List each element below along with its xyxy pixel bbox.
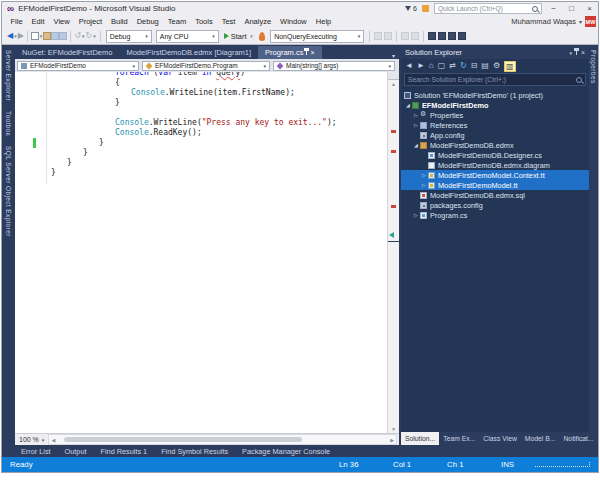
document-tab-program-cs[interactable]: Program.cs× [258,46,321,59]
tree-item-references[interactable]: ▷References [401,120,589,130]
scroll-right-icon[interactable]: ▶ [388,437,396,443]
tree-item-modelfirstdemomodel-tt[interactable]: ▷ModelFirstDemoModel.tt [401,180,589,190]
collapsed-expander-icon[interactable]: ▷ [412,210,420,220]
tree-item-app-config[interactable]: App.config [401,130,589,140]
menu-help[interactable]: Help [311,15,335,28]
code-line[interactable]: } [15,138,387,148]
split-window-handle[interactable] [388,72,399,80]
menu-team[interactable]: Team [163,15,190,28]
preview-selected-icon[interactable]: ▥ [504,61,516,72]
code-line[interactable] [15,108,387,118]
collapsed-expander-icon[interactable]: ▷ [412,120,420,130]
collapsed-expander-icon[interactable]: ▷ [420,170,428,180]
close-icon[interactable]: × [581,49,585,56]
scroll-left-icon[interactable]: ◀ [49,437,57,443]
menu-test[interactable]: Test [217,15,240,28]
menu-file[interactable]: File [6,15,27,28]
code-line[interactable]: Console.ReadKey(); [15,128,387,138]
chevron-down-icon[interactable]: ▾ [82,33,85,39]
tree-item-modelfirstdemomodel-context-tt[interactable]: ▷ModelFirstDemoModel.Context.tt [401,170,589,180]
navigate-backward-icon[interactable]: ◀ [7,32,13,40]
member-dropdown[interactable]: Main(string[] args)▾ [273,61,395,71]
collapsed-expander-icon[interactable]: ▷ [420,180,428,190]
tree-item-modelfirstdemodb-edmx-diagram[interactable]: ModelFirstDemoDB.edmx.diagram [401,160,589,170]
expanded-expander-icon[interactable]: ◢ [412,140,420,150]
tab-properties[interactable]: Properties [590,50,597,84]
solution-explorer-search-input[interactable]: Search Solution Explorer (Ctrl+;) [404,73,586,86]
properties-icon[interactable]: ⚙ [493,60,500,72]
sync-active-document-icon[interactable]: ⇄ [449,60,456,72]
chevron-down-icon[interactable]: ▾ [93,33,96,39]
intellitrace-event-dropdown[interactable]: NonQueryExecuting▾ [270,30,364,43]
document-tab-nuget-efmodelfirstdemo[interactable]: NuGet: EFModelFirstDemo [15,46,119,59]
save-icon[interactable] [51,32,59,40]
step-into-icon[interactable] [374,32,382,40]
bottom-tab-error-list[interactable]: Error List [14,447,58,456]
notifications-button[interactable]: 6 [405,5,417,12]
scroll-down-icon[interactable]: ▼ [388,425,399,433]
bottom-tab-output[interactable]: Output [58,447,94,456]
pin-icon[interactable] [576,50,577,55]
clear-bookmarks-icon[interactable] [458,32,466,40]
collapse-all-icon[interactable]: ⊟ [471,60,478,72]
menu-window[interactable]: Window [276,15,312,28]
window-menu-icon[interactable]: ▾ [569,50,572,56]
editor-vertical-scrollbar[interactable]: ▲ ▼ [387,72,399,433]
menu-project[interactable]: Project [74,15,106,28]
indent-icon[interactable] [401,32,409,40]
step-over-icon[interactable] [384,32,392,40]
start-debug-button[interactable]: Start ▾ [221,32,256,41]
collapsed-expander-icon[interactable]: ▷ [412,110,420,120]
redo-icon[interactable]: ↻ [86,32,93,40]
undo-icon[interactable]: ↺ [74,32,81,40]
scrollbar-thumb[interactable] [64,437,302,442]
code-line[interactable]: { [15,78,387,88]
tool-window-tab-server-explorer[interactable]: Server Explorer [5,50,12,101]
panel-tab-model-b[interactable]: Model B... [521,432,560,445]
quick-launch-input[interactable]: Quick Launch (Ctrl+Q) [434,3,542,14]
tree-item-solution-efmodelfirstdemo-1-project[interactable]: Solution 'EFModelFirstDemo' (1 project) [401,90,589,100]
next-bookmark-icon[interactable] [448,32,456,40]
tree-item-packages-config[interactable]: packages.config [401,200,589,210]
user-menu[interactable]: Muhammad Waqas [511,17,576,26]
menu-view[interactable]: View [49,15,74,28]
close-icon[interactable]: × [310,49,314,56]
pin-icon[interactable] [306,50,307,55]
document-tab-modelfirstdemodb-edmx-diagram1[interactable]: ModelFirstDemoDB.edmx [Diagram1] [119,46,258,59]
tree-item-modelfirstdemodb-edmx[interactable]: ◢ModelFirstDemoDB.edmx [401,140,589,150]
panel-tab-solution[interactable]: Solution... [401,432,439,445]
tree-item-modelfirstdemodb-designer-cs[interactable]: ModelFirstDemoDB.Designer.cs [401,150,589,160]
open-file-icon[interactable] [43,32,51,40]
feedback-alert-icon[interactable] [422,5,429,12]
scroll-up-icon[interactable]: ▲ [388,80,399,88]
outdent-icon[interactable] [411,32,419,40]
tree-item-efmodelfirstdemo[interactable]: ◢EFModelFirstDemo [401,100,589,110]
tab-list-dropdown-icon[interactable]: ▾ [392,52,399,59]
new-file-icon[interactable] [31,32,39,40]
panel-tab-team-ex[interactable]: Team Ex... [439,432,479,445]
maximize-button[interactable]: □ [565,3,578,15]
tree-item-program-cs[interactable]: ▷Program.cs [401,210,589,220]
new-item-icon[interactable]: ▢ [438,60,446,72]
menu-build[interactable]: Build [107,15,133,28]
project-dropdown[interactable]: EFModelFirstDemo▾ [17,61,139,71]
bottom-tab-find-results-1[interactable]: Find Results 1 [94,447,155,456]
avatar[interactable]: MW [585,16,596,27]
previous-bookmark-icon[interactable] [438,32,446,40]
scrollbar-track[interactable] [57,436,388,443]
code-line[interactable]: } [15,168,387,178]
solution-configurations-dropdown[interactable]: Debug▾ [106,30,152,43]
editor-horizontal-scrollbar[interactable]: ◀ ▶ [48,434,397,445]
code-line[interactable]: } [15,148,387,158]
type-dropdown[interactable]: EFModelFirstDemo.Program▾ [142,61,270,71]
menu-edit[interactable]: Edit [27,15,49,28]
code-line[interactable]: } [15,98,387,108]
refresh-icon[interactable]: ↻ [460,60,467,72]
menu-tools[interactable]: Tools [191,15,218,28]
code-line[interactable]: } [15,158,387,168]
code-editor[interactable]: foreach (var item in query){Console.Writ… [15,72,387,433]
tool-window-tab-toolbox[interactable]: Toolbox [5,111,12,136]
bottom-tab-package-manager-console[interactable]: Package Manager Console [235,447,337,456]
menu-debug[interactable]: Debug [132,15,163,28]
code-line[interactable]: Console.WriteLine("Press any key to exit… [15,118,387,128]
